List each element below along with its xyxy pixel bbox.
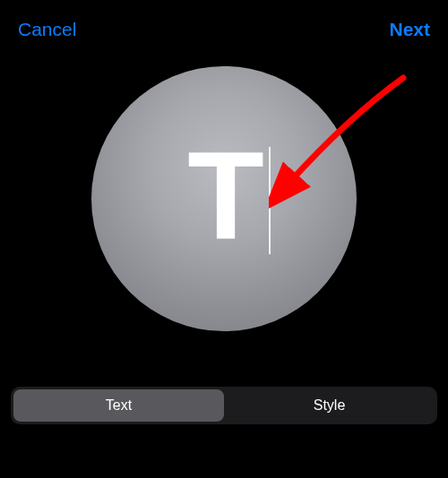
segmented-control: Text Style bbox=[11, 387, 437, 424]
monogram-circle[interactable]: T bbox=[91, 66, 357, 331]
segment-text[interactable]: Text bbox=[13, 389, 224, 422]
cancel-button[interactable]: Cancel bbox=[18, 19, 76, 40]
segmented-control-wrap: Text Style bbox=[11, 387, 437, 424]
monogram-input[interactable]: T bbox=[187, 132, 261, 258]
next-button[interactable]: Next bbox=[389, 19, 430, 40]
monogram-editor: T bbox=[0, 66, 448, 331]
top-bar: Cancel Next bbox=[0, 0, 448, 45]
segment-style[interactable]: Style bbox=[224, 389, 435, 422]
text-cursor bbox=[269, 147, 271, 254]
